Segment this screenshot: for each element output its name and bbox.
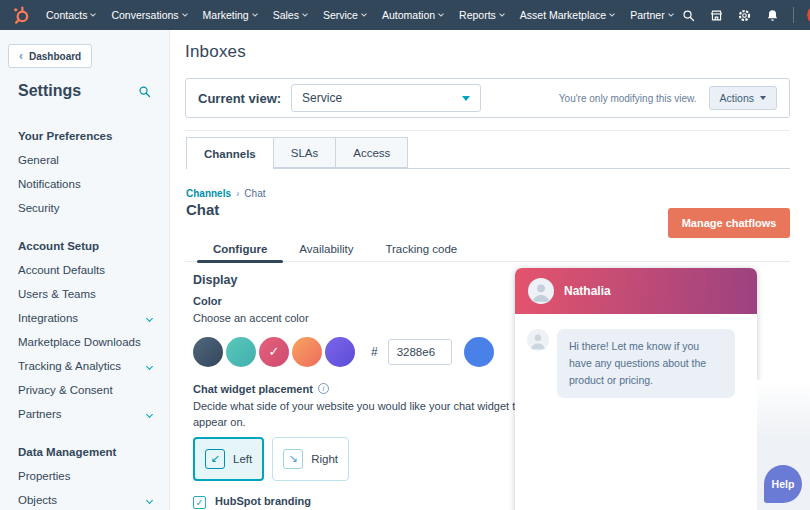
sidebar-item-label: Notifications: [18, 172, 81, 196]
color-swatch-pink-selected[interactable]: ✓: [259, 337, 289, 367]
nav-item-conversations[interactable]: Conversations: [103, 0, 194, 30]
tab-label: Channels: [204, 148, 256, 160]
settings-sidebar: ‹ Dashboard Settings Your Preferences Ge…: [0, 30, 170, 510]
sidebar-item-label: Objects: [18, 488, 57, 510]
sidebar-item-label: Partners: [18, 402, 61, 426]
tab-slas[interactable]: SLAs: [273, 137, 337, 168]
sidebar-item-users-teams[interactable]: Users & Teams: [18, 282, 158, 306]
breadcrumb-channels-link[interactable]: Channels: [186, 188, 231, 199]
tab-channels[interactable]: Channels: [186, 137, 274, 169]
user-avatar[interactable]: [807, 4, 810, 26]
main-content: Inboxes Current view: Service You're onl…: [170, 30, 810, 510]
sidebar-item-label: Account Defaults: [18, 258, 105, 282]
chevron-down-icon: [91, 11, 97, 17]
sidebar-item-partners[interactable]: Partners: [18, 402, 158, 426]
nav-item-contacts[interactable]: Contacts: [38, 0, 103, 30]
hubspot-logo-icon[interactable]: [10, 4, 32, 26]
manage-chatflows-button[interactable]: Manage chatflows: [668, 208, 790, 238]
sidebar-item-properties[interactable]: Properties: [18, 464, 158, 488]
nav-utilities: [681, 4, 810, 26]
page-title: Inboxes: [185, 42, 246, 62]
divider: [793, 7, 794, 23]
tab-access[interactable]: Access: [335, 137, 408, 168]
settings-gear-icon[interactable]: [737, 8, 752, 23]
sidebar-section-header: Account Setup: [18, 234, 158, 258]
subtab-label: Availability: [299, 243, 353, 255]
hex-color-input[interactable]: [388, 339, 452, 365]
sidebar-title: Settings: [18, 82, 81, 100]
subtab-tracking-code[interactable]: Tracking code: [369, 236, 473, 261]
settings-search-icon[interactable]: [137, 84, 152, 99]
caret-down-icon: [462, 96, 470, 101]
sidebar-item-general[interactable]: General: [18, 148, 158, 172]
chevron-down-icon: [668, 11, 674, 17]
info-icon[interactable]: i: [318, 383, 329, 394]
sidebar-item-notifications[interactable]: Notifications: [18, 172, 158, 196]
display-heading: Display: [193, 273, 523, 287]
color-swatch-slate[interactable]: [193, 337, 223, 367]
placement-right-button[interactable]: ↘ Right: [272, 437, 349, 481]
checkmark-icon: ✓: [259, 337, 289, 367]
nav-item-automation[interactable]: Automation: [374, 0, 451, 30]
chevron-down-icon: [252, 11, 258, 17]
nav-item-label: Automation: [382, 9, 435, 21]
color-description: Choose an accent color: [193, 310, 523, 327]
notifications-bell-icon[interactable]: [765, 8, 780, 23]
sidebar-item-tracking-analytics[interactable]: Tracking & Analytics: [18, 354, 158, 378]
primary-nav: Contacts Conversations Marketing Sales S…: [38, 0, 681, 30]
chevron-down-icon: [438, 11, 444, 17]
color-swatch-orange[interactable]: [292, 337, 322, 367]
view-select-dropdown[interactable]: Service: [291, 84, 481, 112]
message-avatar: [527, 329, 549, 351]
search-icon[interactable]: [681, 8, 696, 23]
sidebar-item-objects[interactable]: Objects: [18, 488, 158, 510]
placement-options: ↙ Left ↘ Right: [193, 437, 523, 481]
color-swatch-purple[interactable]: [325, 337, 355, 367]
help-button[interactable]: Help: [764, 465, 802, 503]
settings-header: Settings: [18, 82, 152, 100]
sidebar-item-security[interactable]: Security: [18, 196, 158, 220]
breadcrumb-separator: ›: [236, 188, 239, 199]
hex-prefix: #: [371, 345, 378, 359]
nav-item-reports[interactable]: Reports: [451, 0, 512, 30]
settings-nav: Your Preferences General Notifications S…: [18, 118, 158, 510]
agent-avatar: [528, 278, 554, 304]
sidebar-item-label: Security: [18, 196, 60, 220]
nav-item-asset-marketplace[interactable]: Asset Marketplace: [512, 0, 622, 30]
sidebar-item-label: Tracking & Analytics: [18, 354, 121, 378]
divider: [185, 130, 790, 131]
actions-button[interactable]: Actions: [709, 86, 777, 110]
nav-item-service[interactable]: Service: [315, 0, 374, 30]
top-nav: Contacts Conversations Marketing Sales S…: [0, 0, 810, 30]
chevron-down-icon: [146, 410, 153, 417]
sidebar-item-integrations[interactable]: Integrations: [18, 306, 158, 330]
color-swatch-teal[interactable]: [226, 337, 256, 367]
sidebar-item-marketplace-downloads[interactable]: Marketplace Downloads: [18, 330, 158, 354]
custom-color-swatch[interactable]: [464, 337, 494, 367]
chevron-down-icon: [146, 496, 153, 503]
hubspot-branding-checkbox[interactable]: ✓: [193, 496, 206, 509]
nav-item-partner[interactable]: Partner: [622, 0, 680, 30]
subtab-availability[interactable]: Availability: [283, 236, 369, 261]
nav-item-label: Asset Marketplace: [520, 9, 606, 21]
sidebar-item-account-defaults[interactable]: Account Defaults: [18, 258, 158, 282]
sidebar-section-header: Your Preferences: [18, 124, 158, 148]
current-view-panel: Current view: Service You're only modify…: [185, 78, 790, 118]
chevron-left-icon: ‹: [19, 50, 23, 62]
sidebar-item-label: Integrations: [18, 306, 78, 330]
subtab-configure[interactable]: Configure: [197, 236, 283, 261]
nav-item-marketing[interactable]: Marketing: [195, 0, 265, 30]
inbox-tabs: Channels SLAs Access: [186, 137, 790, 169]
marketplace-icon[interactable]: [709, 8, 724, 23]
arrow-down-right-icon: ↘: [283, 449, 303, 469]
caret-down-icon: [760, 96, 766, 100]
view-select-value: Service: [302, 91, 342, 105]
section-title: Chat: [186, 201, 219, 218]
sidebar-item-label: Users & Teams: [18, 282, 96, 306]
back-to-dashboard-button[interactable]: ‹ Dashboard: [8, 44, 92, 68]
current-view-label: Current view:: [198, 91, 281, 106]
nav-item-sales[interactable]: Sales: [265, 0, 315, 30]
placement-option-label: Right: [311, 453, 338, 465]
placement-left-button[interactable]: ↙ Left: [193, 437, 264, 481]
sidebar-item-privacy-consent[interactable]: Privacy & Consent: [18, 378, 158, 402]
